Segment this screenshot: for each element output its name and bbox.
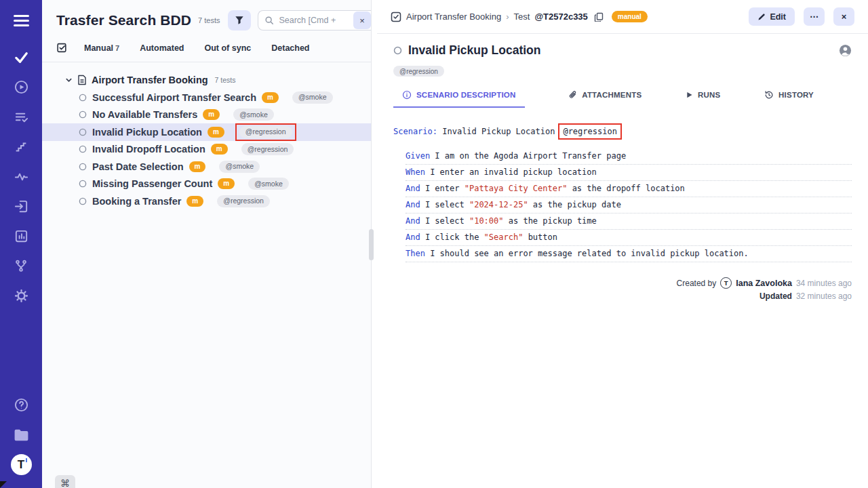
help-icon[interactable] xyxy=(6,390,36,420)
steps-icon[interactable] xyxy=(6,131,36,161)
assignee-avatar-icon[interactable] xyxy=(839,44,852,57)
breadcrumb-test-label: Test xyxy=(514,12,530,22)
test-circle-icon xyxy=(79,94,87,102)
branch-icon[interactable] xyxy=(6,251,36,281)
breadcrumb: Airport Transfer Booking › Test @T2572c3… xyxy=(391,11,648,22)
test-title-row: Invalid Pickup Location xyxy=(393,43,852,58)
close-button[interactable]: × xyxy=(833,7,854,26)
explorer-tabs: Manual7 Automated Out of sync Detached xyxy=(42,42,371,62)
search-icon xyxy=(264,16,274,25)
test-row[interactable]: No Available Transfers m @smoke xyxy=(42,106,371,124)
scenario-description: Scenario:Invalid Pickup Location@regress… xyxy=(393,123,852,262)
scenario-name: Invalid Pickup Location xyxy=(442,127,555,136)
cursor-artifact xyxy=(0,481,7,488)
annotation-highlight-box: @regression xyxy=(558,123,621,140)
detail-tab-bar: SCENARIO DESCRIPTION ATTACHMENTS RUNS HI… xyxy=(393,90,852,106)
manual-badge: m xyxy=(262,92,279,103)
test-row[interactable]: Invalid Dropoff Location m @regression xyxy=(42,141,371,159)
test-row[interactable]: Successful Airport Transfer Search m @sm… xyxy=(42,89,371,106)
updated-time: 32 minutes ago xyxy=(796,291,852,301)
search-box: × xyxy=(258,10,371,30)
explorer-header: Trasfer Search BDD 7 tests × xyxy=(42,0,371,30)
runs-play-circle-icon[interactable] xyxy=(6,72,36,102)
manual-badge: m xyxy=(189,161,206,172)
activity-pulse-icon[interactable] xyxy=(6,161,36,191)
breadcrumb-folder[interactable]: Airport Transfer Booking xyxy=(406,12,501,22)
panel-divider xyxy=(372,0,377,488)
gherkin-step: WhenI enter an invalid pickup location xyxy=(406,165,852,181)
more-button[interactable]: ⋯ xyxy=(804,7,825,26)
scenario-steps: GivenI am on the Agoda Airport Transfer … xyxy=(393,148,852,262)
test-row-selected[interactable]: Invalid Pickup Location m @regression xyxy=(42,123,371,141)
gherkin-step: AndI click the "Search" button xyxy=(406,230,852,246)
gherkin-step: ThenI should see an error message relate… xyxy=(406,246,852,262)
command-key-hint: ⌘ xyxy=(55,475,75,488)
tree-folder-row[interactable]: Airport Transfer Booking 7 tests xyxy=(42,71,371,89)
logo-t-icon: T xyxy=(11,454,32,475)
app-logo[interactable]: T xyxy=(6,449,36,479)
gherkin-step: AndI select "10:00" as the pickup time xyxy=(406,214,852,230)
manual-badge: m xyxy=(218,178,235,189)
play-icon xyxy=(686,91,693,99)
tag-pill: @smoke xyxy=(233,108,274,121)
tag-pill: @regression xyxy=(239,126,292,138)
resize-handle[interactable] xyxy=(369,229,374,260)
updated-row: Updated 32 minutes ago xyxy=(760,291,852,301)
tag-pill: @smoke xyxy=(219,161,260,173)
manual-badge: m xyxy=(211,144,228,155)
tests-check-icon[interactable] xyxy=(6,42,36,72)
edit-button[interactable]: Edit xyxy=(749,7,795,26)
updated-label: Updated xyxy=(760,291,792,301)
import-box-icon[interactable] xyxy=(6,191,36,221)
author-name: Iana Zavoloka xyxy=(736,279,792,288)
test-detail-panel: Airport Transfer Booking › Test @T2572c3… xyxy=(377,0,868,488)
tab-out-of-sync[interactable]: Out of sync xyxy=(204,43,251,53)
projects-folder-icon[interactable] xyxy=(6,420,36,449)
reports-chart-icon[interactable] xyxy=(6,221,36,251)
detail-actions: Edit ⋯ × xyxy=(749,7,854,26)
test-row[interactable]: Missing Passenger Count m @smoke xyxy=(42,176,371,193)
manual-badge: m xyxy=(208,127,224,138)
tab-detached[interactable]: Detached xyxy=(271,43,309,53)
tab-manual[interactable]: Manual7 xyxy=(84,43,119,53)
test-circle-icon xyxy=(79,128,87,136)
test-circle-icon xyxy=(79,163,87,171)
detail-body: Invalid Pickup Location @regression SCEN… xyxy=(377,34,868,488)
created-by-row: Created by T Iana Zavoloka 34 minutes ag… xyxy=(677,277,852,289)
tab-scenario-description[interactable]: SCENARIO DESCRIPTION xyxy=(393,90,525,108)
pencil-icon xyxy=(757,13,766,21)
test-row[interactable]: Past Date Selection m @smoke xyxy=(42,158,371,176)
tag-pill: @regression xyxy=(217,195,270,207)
app-sidebar: T xyxy=(0,0,42,488)
detail-topbar: Airport Transfer Booking › Test @T2572c3… xyxy=(377,0,868,34)
manual-badge: m xyxy=(186,196,203,207)
test-explorer-panel: Trasfer Search BDD 7 tests × Manual7 Aut… xyxy=(42,0,372,488)
author-avatar[interactable]: T xyxy=(720,277,732,289)
settings-gear-icon[interactable] xyxy=(6,281,36,310)
test-row[interactable]: Booking a Transfer m @regression xyxy=(42,192,371,210)
tab-automated[interactable]: Automated xyxy=(140,43,184,53)
folder-name: Airport Transfer Booking xyxy=(92,75,208,85)
test-plans-list-icon[interactable] xyxy=(6,102,36,131)
tab-attachments[interactable]: ATTACHMENTS xyxy=(568,90,642,106)
funnel-icon xyxy=(235,16,244,25)
breadcrumb-separator: › xyxy=(506,12,509,22)
folder-tests-count: 7 tests xyxy=(215,76,236,84)
created-by-label: Created by xyxy=(677,279,717,288)
info-icon xyxy=(402,90,412,100)
chevron-down-icon[interactable] xyxy=(65,77,73,84)
copy-icon[interactable] xyxy=(594,12,604,22)
gherkin-step: AndI select "2024-12-25" as the pickup d… xyxy=(406,197,852,214)
logo-letter: T xyxy=(18,459,24,470)
test-circle-icon xyxy=(79,145,87,153)
hamburger-menu-icon[interactable] xyxy=(14,15,29,26)
tab-runs[interactable]: RUNS xyxy=(686,90,720,106)
tag-pill: @smoke xyxy=(248,178,289,190)
sidebar-nav xyxy=(6,42,36,310)
gherkin-step: AndI enter "Pattaya City Center" as the … xyxy=(406,181,852,197)
test-circle-icon xyxy=(79,110,87,119)
search-clear-button[interactable]: × xyxy=(353,12,371,29)
filter-button[interactable] xyxy=(228,10,251,30)
scenario-header: Scenario:Invalid Pickup Location@regress… xyxy=(393,123,852,140)
tab-history[interactable]: HISTORY xyxy=(764,90,814,106)
